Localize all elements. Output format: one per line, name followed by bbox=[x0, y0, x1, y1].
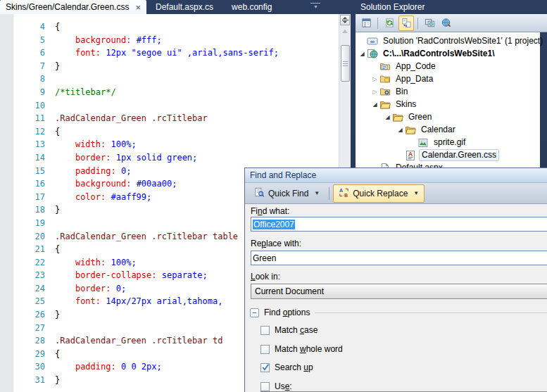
vs-ide-window: Skins/Green/Calendar.Green.css × Default… bbox=[0, 0, 547, 392]
replace-with-label: Replace with: bbox=[251, 239, 301, 248]
code-line[interactable]: 8 bbox=[0, 72, 339, 86]
css-icon: A bbox=[405, 150, 416, 161]
aspnet-configuration-icon[interactable] bbox=[439, 15, 454, 31]
checkbox-unchecked-icon[interactable] bbox=[260, 326, 270, 335]
tree-item-calendar-green-css[interactable]: ACalendar.Green.css bbox=[356, 149, 540, 162]
line-number[interactable]: 13 bbox=[13, 138, 55, 151]
tree-item-app-data[interactable]: ▷App_Data bbox=[356, 72, 540, 85]
project-icon bbox=[367, 48, 378, 59]
line-number[interactable]: 25 bbox=[13, 295, 55, 308]
svg-text:A: A bbox=[408, 150, 413, 157]
code-line[interactable]: 6 font: 12px "segoe ui" ,arial,sans-seri… bbox=[0, 46, 339, 60]
tab-web-config[interactable]: web.config bbox=[222, 0, 281, 14]
group-rule bbox=[315, 312, 547, 313]
line-number[interactable]: 23 bbox=[13, 269, 55, 282]
line-number[interactable]: 12 bbox=[13, 125, 55, 139]
line-number[interactable]: 24 bbox=[13, 282, 55, 296]
code-text: { bbox=[55, 20, 60, 34]
checkbox-row[interactable]: Search up bbox=[260, 362, 313, 372]
code-line[interactable]: 7} bbox=[0, 60, 339, 73]
splitter-grip-icon[interactable] bbox=[340, 15, 350, 25]
checkbox-row[interactable]: Match case bbox=[260, 325, 317, 335]
collapse-toggle-icon[interactable]: − bbox=[250, 308, 259, 317]
close-icon[interactable]: × bbox=[135, 3, 141, 12]
line-number[interactable]: 22 bbox=[13, 256, 55, 270]
line-number[interactable]: 10 bbox=[13, 99, 55, 113]
scrollbar-thumb[interactable] bbox=[341, 45, 350, 82]
quick-find-icon bbox=[254, 187, 265, 200]
tab-default-aspx-cs[interactable]: Default.aspx.cs bbox=[146, 0, 222, 14]
svg-text:A: A bbox=[339, 188, 343, 193]
line-number[interactable]: 27 bbox=[13, 322, 55, 335]
line-number[interactable]: 30 bbox=[13, 360, 55, 374]
expander-expanded-icon[interactable]: ◢ bbox=[358, 51, 366, 57]
checkbox-row[interactable]: Use: bbox=[260, 381, 292, 391]
code-line[interactable]: 5 background: #fff; bbox=[0, 34, 339, 47]
nest-related-files-icon[interactable] bbox=[398, 15, 414, 31]
line-number[interactable]: 31 bbox=[13, 374, 55, 387]
code-line[interactable]: 9/*titlebar*/ bbox=[0, 86, 339, 99]
code-line[interactable]: 4{ bbox=[0, 20, 339, 34]
checkbox-row[interactable]: Match whole word bbox=[260, 344, 343, 354]
copy-web-site-icon[interactable] bbox=[422, 15, 437, 31]
line-number[interactable]: 11 bbox=[13, 112, 55, 125]
selected-text: Office2007 bbox=[253, 220, 295, 229]
solution-explorer-title[interactable]: Solution Explorer bbox=[356, 0, 547, 14]
toolbar-separator bbox=[377, 18, 378, 29]
line-number[interactable]: 16 bbox=[13, 177, 55, 191]
line-number[interactable]: 19 bbox=[13, 217, 55, 230]
code-line[interactable]: 13 width: 100%; bbox=[0, 138, 339, 151]
checkbox-checked-icon[interactable] bbox=[260, 363, 270, 372]
properties-icon[interactable] bbox=[358, 15, 374, 31]
checkbox-unchecked-icon[interactable] bbox=[260, 382, 270, 391]
refresh-icon[interactable] bbox=[382, 15, 397, 31]
tree-item-c-radcontrolswebsite1[interactable]: ◢C:\...\RadControlsWebSite1\ bbox=[356, 47, 540, 60]
code-text: .RadCalendar_Green .rcTitlebar bbox=[55, 112, 208, 125]
line-number[interactable]: 6 bbox=[13, 46, 55, 60]
checkbox-unchecked-icon[interactable] bbox=[260, 345, 270, 354]
line-number[interactable]: 9 bbox=[13, 86, 55, 99]
tree-item-bin[interactable]: ▷Bin bbox=[356, 85, 540, 98]
tree-item-sprite-gif[interactable]: sprite.gif bbox=[356, 137, 540, 149]
look-in-dropdown[interactable]: Current Document bbox=[251, 284, 547, 299]
line-number[interactable]: 5 bbox=[13, 34, 55, 47]
line-number[interactable]: 14 bbox=[13, 151, 55, 165]
folder-open-icon bbox=[379, 99, 391, 110]
code-line[interactable]: 10 bbox=[0, 99, 339, 113]
line-number[interactable]: 18 bbox=[13, 203, 55, 217]
scroll-up-icon[interactable] bbox=[342, 30, 348, 33]
expander-expanded-icon[interactable]: ◢ bbox=[396, 127, 404, 133]
expander-collapsed-icon[interactable]: ▷ bbox=[371, 89, 379, 95]
expander-expanded-icon[interactable]: ◢ bbox=[384, 114, 391, 120]
dialog-title-bar[interactable]: Find and Replace bbox=[245, 168, 547, 183]
folder-open-icon bbox=[392, 112, 403, 123]
tree-item-solution-radcontrolswebsite1-1-project[interactable]: ∞Solution 'RadControlsWebSite1' (1 proje… bbox=[356, 34, 540, 47]
line-number[interactable]: 20 bbox=[13, 230, 55, 244]
tree-item-app-code[interactable]: App_Code bbox=[356, 60, 540, 72]
find-what-input[interactable]: Office2007 bbox=[251, 217, 547, 232]
line-number[interactable]: 7 bbox=[13, 60, 55, 73]
code-line[interactable]: 11.RadCalendar_Green .rcTitlebar bbox=[0, 112, 339, 125]
dialog-body: Find what: Office2007 Replace with: Gree… bbox=[245, 204, 547, 392]
quick-replace-button[interactable]: AB Quick Replace ▼ bbox=[333, 184, 425, 203]
quick-find-button[interactable]: Quick Find ▼ bbox=[249, 184, 325, 203]
document-tab-strip: Skins/Green/Calendar.Green.css × Default… bbox=[0, 0, 356, 14]
line-number[interactable]: 29 bbox=[13, 348, 55, 361]
line-number[interactable]: 28 bbox=[13, 334, 55, 348]
tab-calendar-green-css[interactable]: Skins/Green/Calendar.Green.css × bbox=[0, 0, 146, 14]
expander-collapsed-icon[interactable]: ▷ bbox=[371, 76, 379, 82]
replace-with-input[interactable]: Green bbox=[251, 251, 547, 265]
line-number[interactable]: 8 bbox=[13, 72, 55, 86]
tab-list-dropdown-icon[interactable] bbox=[310, 3, 320, 11]
line-number[interactable]: 21 bbox=[13, 243, 55, 256]
code-line[interactable]: 12{ bbox=[0, 125, 339, 139]
code-line[interactable]: 14 border: 1px solid green; bbox=[0, 151, 339, 165]
tree-item-skins[interactable]: ◢Skins bbox=[356, 98, 540, 110]
line-number[interactable]: 26 bbox=[13, 308, 55, 322]
expander-expanded-icon[interactable]: ◢ bbox=[371, 101, 379, 108]
tree-item-calendar[interactable]: ◢Calendar bbox=[356, 124, 540, 137]
tree-item-green[interactable]: ◢Green bbox=[356, 111, 540, 124]
line-number[interactable]: 4 bbox=[13, 20, 55, 34]
line-number[interactable]: 15 bbox=[13, 165, 55, 178]
line-number[interactable]: 17 bbox=[13, 191, 55, 204]
